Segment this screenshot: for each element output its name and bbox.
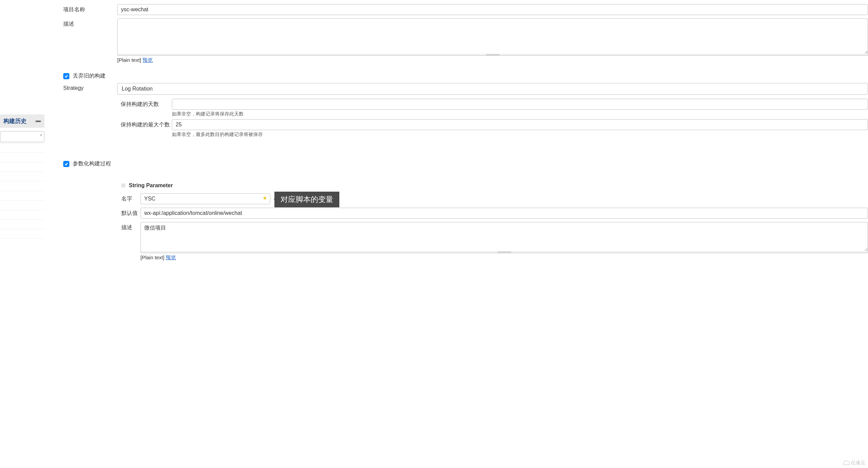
list-item[interactable] [0, 172, 44, 181]
string-parameter-block: String Parameter 名字 对应脚本的变量 默认值 [121, 182, 868, 261]
discard-old-builds-checkbox[interactable] [63, 73, 69, 79]
max-builds-label: 保持构建的最大个数 [121, 119, 172, 128]
description-label: 描述 [63, 18, 117, 28]
cloud-icon [843, 461, 850, 465]
watermark: 亿速云 [843, 460, 865, 466]
param-default-label: 默认值 [121, 208, 140, 217]
preview-link[interactable]: 预览 [143, 57, 153, 63]
tooltip: 对应脚本的变量 [274, 192, 339, 207]
build-history-search: × [0, 131, 44, 143]
list-item[interactable] [0, 201, 44, 210]
check-icon [64, 74, 68, 78]
preview-link[interactable]: 预览 [166, 254, 176, 260]
days-help-text: 如果非空，构建记录将保存此天数 [172, 111, 868, 117]
param-name-input[interactable] [140, 193, 270, 204]
list-item[interactable] [0, 162, 44, 172]
project-name-label: 项目名称 [63, 4, 117, 13]
strategy-select[interactable]: Log Rotation [117, 83, 868, 95]
list-item[interactable] [0, 143, 44, 153]
max-help-text: 如果非空，最多此数目的构建记录将被保存 [172, 132, 868, 138]
build-history-header[interactable]: 构建历史 ➖ [0, 114, 44, 128]
config-form: 项目名称 描述 [Plain text] 预览 丢 [44, 0, 868, 468]
build-history-search-input[interactable] [0, 131, 44, 142]
resize-handle[interactable] [140, 251, 868, 253]
clear-search-icon[interactable]: × [40, 133, 42, 138]
parameterized-label: 参数化构建过程 [73, 160, 111, 167]
days-to-keep-label: 保持构建的天数 [121, 99, 172, 108]
list-item[interactable] [0, 220, 44, 229]
list-item[interactable] [0, 210, 44, 220]
strategy-label: Strategy [63, 83, 117, 91]
resize-handle[interactable] [117, 54, 868, 56]
build-history-title: 构建历史 [3, 117, 27, 125]
plain-text-label: [Plain text] [140, 254, 164, 260]
max-builds-input[interactable] [172, 119, 868, 130]
param-desc-textarea[interactable] [140, 222, 868, 251]
list-item[interactable] [0, 153, 44, 162]
collapse-icon[interactable]: ➖ [35, 119, 41, 124]
discard-old-builds-label: 丢弃旧的构建 [73, 72, 106, 80]
project-name-input[interactable] [117, 4, 868, 15]
list-item[interactable] [0, 181, 44, 191]
drag-handle-icon[interactable] [121, 183, 125, 188]
param-default-input[interactable] [140, 208, 868, 219]
days-to-keep-input[interactable] [172, 99, 868, 110]
parameterized-checkbox[interactable] [63, 161, 69, 167]
list-item[interactable] [0, 229, 44, 239]
indicator-dot-icon [263, 197, 266, 199]
list-item[interactable] [0, 191, 44, 201]
discard-old-builds-row[interactable]: 丢弃旧的构建 [63, 72, 117, 80]
build-history-list [0, 143, 44, 239]
param-name-label: 名字 [121, 193, 140, 203]
check-icon [64, 162, 68, 166]
watermark-text: 亿速云 [851, 460, 865, 466]
string-parameter-title: String Parameter [129, 182, 173, 189]
description-textarea[interactable] [117, 18, 868, 54]
param-desc-label: 描述 [121, 222, 140, 231]
plain-text-label: [Plain text] [117, 57, 141, 63]
parameterized-row[interactable]: 参数化构建过程 [63, 160, 117, 167]
sidebar: 构建历史 ➖ × [0, 0, 44, 468]
